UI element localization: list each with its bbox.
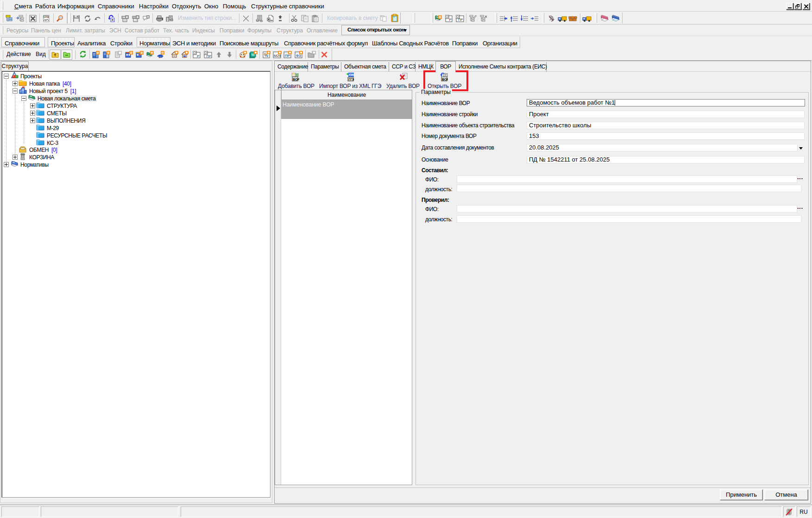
svg-text:ГГЭ: ГГЭ: [349, 78, 354, 81]
svg-text:ПР: ПР: [458, 18, 463, 22]
svg-text:ВОР: ВОР: [293, 78, 299, 81]
svg-text:P: P: [197, 54, 199, 58]
svg-text:P: P: [449, 18, 452, 22]
svg-text:%: %: [252, 53, 254, 56]
svg-text:ПР: ПР: [207, 54, 211, 58]
svg-text:XML: XML: [349, 73, 355, 76]
svg-text:PDF: PDF: [44, 16, 48, 19]
